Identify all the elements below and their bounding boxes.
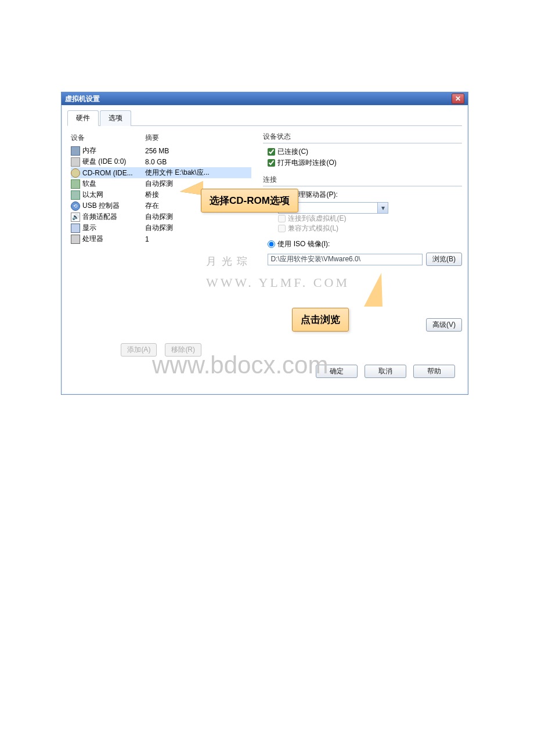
legacy-input [278,225,286,232]
col-summary: 摘要 [145,133,159,143]
display-icon [71,224,80,233]
device-row-floppy[interactable]: 软盘自动探测 [71,178,251,189]
usb-icon: ⟲ [71,201,80,211]
tab-options[interactable]: 选项 [100,110,131,126]
iso-radio[interactable]: 使用 ISO 镜像(I): [268,239,462,249]
callout-arrow-icon [364,273,383,307]
tab-hardware[interactable]: 硬件 [67,110,99,126]
watermark-site: WWW. YLMF. COM [206,275,349,290]
device-row-cpu[interactable]: 处理器1 [71,233,251,244]
iso-radio-input[interactable] [268,240,275,248]
content-row: 设备 摘要 内存256 MB 硬盘 (IDE 0:0)8.0 GB CD-ROM… [67,131,462,357]
close-icon[interactable]: ✕ [452,93,464,104]
device-list-header: 设备 摘要 [71,133,251,143]
network-icon [71,190,80,200]
browse-button[interactable]: 浏览(B) [426,253,462,266]
direct-connect-check: 连接到该虚拟机(E) [278,214,462,224]
iso-path-row: 浏览(B) [268,253,462,266]
memory-icon [71,146,80,156]
callout-click-browse: 点击浏览 [292,308,349,332]
connection-title: 连接 [263,175,462,185]
floppy-icon [71,179,80,189]
dialog-body: 硬件 选项 设备 摘要 内存256 MB 硬盘 (IDE 0:0)8.0 GB … [63,106,467,393]
iso-path-input[interactable] [268,254,423,265]
connected-checkbox[interactable]: 已连接(C) [268,147,462,157]
watermark-big: www.bdocx.com [152,351,328,379]
legacy-check: 兼容方式模拟(L) [278,224,462,233]
advanced-button[interactable]: 高级(V) [426,318,462,332]
callout-arrow-icon [180,181,203,195]
audio-icon [71,213,80,222]
vm-settings-dialog: 虚拟机设置 ✕ 硬件 选项 设备 摘要 内存256 MB 硬盘 (IDE 0:0… [61,92,468,395]
harddisk-icon [71,157,80,167]
direct-connect-input [278,215,286,222]
connected-input[interactable] [268,148,275,156]
tabs: 硬件 选项 [67,110,462,126]
device-list: 设备 摘要 内存256 MB 硬盘 (IDE 0:0)8.0 GB CD-ROM… [67,131,251,357]
chevron-down-icon[interactable]: ▾ [377,203,388,213]
device-row-disk[interactable]: 硬盘 (IDE 0:0)8.0 GB [71,156,251,167]
poweron-checkbox[interactable]: 打开电源时连接(O) [268,158,462,168]
device-row-display[interactable]: 显示自动探测 [71,222,251,233]
cdrom-icon [71,168,80,178]
device-row-audio[interactable]: 音频适配器自动探测 [71,211,251,222]
device-row-cdrom[interactable]: CD-ROM (IDE...使用文件 E:\bak\应... [71,167,251,178]
watermark-text: 月 光 琮 [206,254,248,268]
device-row-memory[interactable]: 内存256 MB [71,145,251,156]
dialog-title: 虚拟机设置 [65,94,100,104]
cancel-button[interactable]: 取消 [365,365,406,378]
callout-select-cdrom: 选择CD-ROM选项 [201,189,298,213]
help-button[interactable]: 帮助 [413,365,455,378]
poweron-input[interactable] [268,159,275,167]
titlebar: 虚拟机设置 ✕ [62,92,468,105]
col-device: 设备 [71,133,145,143]
device-status-title: 设备状态 [263,132,462,142]
cpu-icon [71,235,80,244]
